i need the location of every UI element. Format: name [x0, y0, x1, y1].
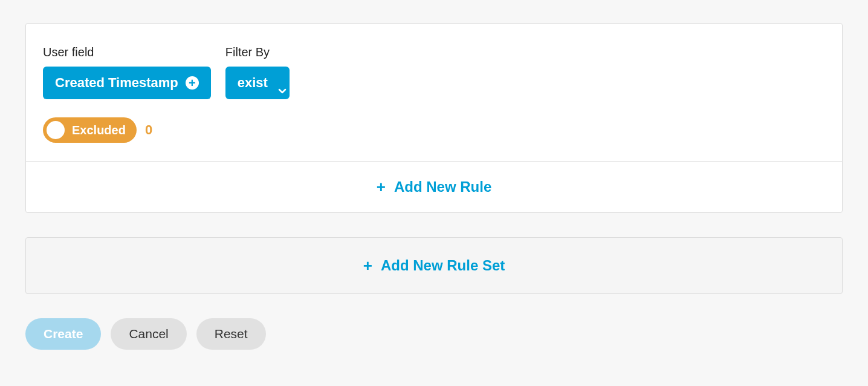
user-field-selector[interactable]: Created Timestamp	[43, 67, 211, 99]
excluded-toggle[interactable]: Excluded	[43, 117, 137, 143]
filter-by-selector[interactable]: exist	[225, 67, 290, 99]
plus-icon: +	[377, 179, 386, 195]
rule-content: User field Created Timestamp Filter By e…	[26, 24, 842, 161]
reset-button[interactable]: Reset	[196, 318, 266, 350]
cancel-button[interactable]: Cancel	[111, 318, 186, 350]
add-rule-set-card: + Add New Rule Set	[25, 237, 843, 294]
filter-by-group: Filter By exist	[225, 45, 290, 99]
add-new-rule-button[interactable]: + Add New Rule	[377, 178, 492, 195]
excluded-toggle-label: Excluded	[72, 123, 126, 137]
excluded-toggle-row: Excluded 0	[43, 117, 825, 143]
field-row: User field Created Timestamp Filter By e…	[43, 45, 825, 99]
create-button[interactable]: Create	[25, 318, 101, 350]
add-new-rule-set-button[interactable]: + Add New Rule Set	[363, 257, 505, 274]
user-field-label: User field	[43, 45, 211, 59]
add-new-rule-label: Add New Rule	[394, 178, 491, 195]
action-button-row: Create Cancel Reset	[25, 318, 843, 350]
excluded-count: 0	[145, 122, 152, 138]
user-field-value: Created Timestamp	[55, 75, 178, 91]
user-field-group: User field Created Timestamp	[43, 45, 211, 99]
filter-by-value: exist	[238, 75, 268, 91]
filter-by-label: Filter By	[225, 45, 290, 59]
plus-icon: +	[363, 258, 372, 273]
plus-circle-icon	[186, 76, 199, 90]
add-rule-row: + Add New Rule	[26, 161, 842, 212]
rule-card: User field Created Timestamp Filter By e…	[25, 23, 843, 213]
add-new-rule-set-label: Add New Rule Set	[381, 257, 505, 274]
toggle-knob	[47, 121, 65, 139]
